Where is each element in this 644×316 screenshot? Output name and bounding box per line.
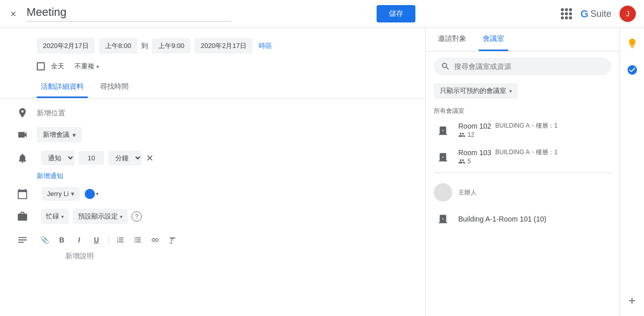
description-icon xyxy=(8,232,37,246)
notification-type-select[interactable]: 通知 xyxy=(41,151,75,165)
help-icon[interactable]: ? xyxy=(132,211,142,222)
repeat-button[interactable]: 不重複 ▾ xyxy=(70,60,103,73)
calendar-owner-chevron-icon: ▾ xyxy=(71,190,75,198)
booked-room-name: Building A-1-Room 101 (10) xyxy=(458,215,547,223)
notification-clear-button[interactable]: ✕ xyxy=(146,153,154,164)
allday-checkbox[interactable] xyxy=(37,62,45,70)
booked-info: 主辦人 xyxy=(458,188,611,197)
booked-label: 主辦人 xyxy=(458,188,611,197)
booked-room-item: Building A-1-Room 101 (10) xyxy=(434,206,611,232)
end-date-button[interactable]: 2020年2月17日 xyxy=(194,38,253,54)
notification-value-input[interactable] xyxy=(79,151,104,165)
location-row xyxy=(0,103,425,123)
user-avatar[interactable]: J xyxy=(620,6,636,22)
start-date-button[interactable]: 2020年2月17日 xyxy=(37,38,95,54)
add-meeting-button[interactable]: 新增會議 ▾ xyxy=(37,127,82,142)
meeting-row: 新增會議 ▾ xyxy=(0,123,425,147)
room-name: Room 102 BUILDING A・樓層：1 xyxy=(458,121,611,130)
display-setting-select[interactable]: 預設顯示設定 ▾ xyxy=(73,209,128,224)
meeting-chevron-icon: ▾ xyxy=(72,131,76,139)
sidebar-check-icon[interactable] xyxy=(623,61,641,79)
room-103-building: BUILDING A・樓層：1 xyxy=(496,148,558,157)
repeat-label: 不重複 xyxy=(75,62,94,71)
notification-row: 通知 分鐘 ✕ xyxy=(0,147,425,169)
top-bar: × 儲存 G Suite J xyxy=(0,0,644,28)
description-toolbar: 📎 B I U xyxy=(37,232,417,250)
attachment-button[interactable]: 📎 xyxy=(37,232,52,248)
add-notification-button[interactable]: 新增通知 xyxy=(0,169,425,183)
search-room-row xyxy=(426,52,620,81)
room-name: Room 103 BUILDING A・樓層：1 xyxy=(458,148,611,157)
description-section: 📎 B I U xyxy=(0,228,425,269)
search-room-container xyxy=(434,58,611,75)
italic-button[interactable]: I xyxy=(71,232,87,248)
color-chevron-icon: ▾ xyxy=(96,191,98,197)
top-bar-right: G Suite J xyxy=(561,6,636,22)
display-chevron-icon: ▾ xyxy=(120,214,122,220)
busy-label: 忙碌 xyxy=(46,212,59,221)
notification-unit-select[interactable]: 分鐘 xyxy=(108,151,142,165)
bell-icon xyxy=(8,153,37,164)
tab-event-details[interactable]: 活動詳細資料 xyxy=(37,77,88,98)
color-select-button[interactable]: ▾ xyxy=(85,189,98,199)
room-info: Room 102 BUILDING A・樓層：1 12 xyxy=(458,121,611,138)
room-102-capacity: 12 xyxy=(458,131,611,138)
ordered-list-button[interactable] xyxy=(113,232,128,248)
gsuite-logo: G Suite xyxy=(580,8,611,20)
filter-available-button[interactable]: 只顯示可預約的會議室 ▾ xyxy=(434,83,518,99)
room-103-name: Room 103 xyxy=(458,149,491,157)
plus-icon: + xyxy=(628,294,635,308)
apps-grid-icon[interactable] xyxy=(561,8,572,19)
filter-label: 只顯示可預約的會議室 xyxy=(440,86,506,95)
busy-chevron-icon: ▾ xyxy=(61,214,64,220)
time-separator: 到 xyxy=(141,41,148,51)
sidebar-add-icon[interactable]: + xyxy=(623,291,641,310)
close-button[interactable]: × xyxy=(6,7,20,21)
underline-button[interactable]: U xyxy=(89,232,104,248)
calendar-icon xyxy=(8,188,37,200)
calendar-row: Jerry Li ▾ ▾ xyxy=(0,183,425,205)
timezone-button[interactable]: 時區 xyxy=(257,39,274,53)
video-icon xyxy=(8,129,37,140)
rooms-divider xyxy=(434,173,611,173)
room-102-building: BUILDING A・樓層：1 xyxy=(496,121,558,130)
room-102-capacity-number: 12 xyxy=(467,131,474,138)
end-time-button[interactable]: 上午9:00 xyxy=(152,38,190,54)
unordered-list-button[interactable] xyxy=(130,232,145,248)
sidebar-lightbulb-icon[interactable] xyxy=(623,34,641,53)
booked-room-icon xyxy=(434,210,452,228)
event-title-input[interactable] xyxy=(27,6,231,22)
capacity-icon xyxy=(458,158,465,165)
top-bar-left: × xyxy=(6,6,231,22)
bold-button[interactable]: B xyxy=(54,232,69,248)
tab-find-time[interactable]: 尋找時間 xyxy=(96,77,133,98)
room-item[interactable]: Room 103 BUILDING A・樓層：1 5 xyxy=(426,144,620,171)
start-time-button[interactable]: 上午8:00 xyxy=(99,38,137,54)
g-letter: G xyxy=(580,8,588,20)
repeat-chevron-icon: ▾ xyxy=(96,64,99,69)
room-info: Room 103 BUILDING A・樓層：1 5 xyxy=(458,148,611,165)
room-item[interactable]: Room 102 BUILDING A・樓層：1 12 xyxy=(426,117,620,144)
calendar-owner-name: Jerry Li xyxy=(47,190,69,198)
room-door-icon xyxy=(434,121,452,140)
room-103-capacity: 5 xyxy=(458,158,611,165)
description-input[interactable]: 新增說明 xyxy=(37,250,417,265)
remove-format-button[interactable] xyxy=(165,232,180,248)
location-icon xyxy=(8,107,37,118)
toolbar-divider xyxy=(108,235,109,245)
tab-rooms[interactable]: 會議室 xyxy=(479,28,508,51)
allday-row: 全天 不重複 ▾ xyxy=(0,58,425,77)
link-button[interactable] xyxy=(147,232,163,248)
calendar-owner-select[interactable]: Jerry Li ▾ xyxy=(42,187,80,201)
content-area: 2020年2月17日 上午8:00 到 上午9:00 2020年2月17日 時區… xyxy=(0,28,644,316)
suite-label: Suite xyxy=(590,9,611,19)
location-input[interactable] xyxy=(37,109,417,117)
search-icon xyxy=(441,62,450,71)
display-label: 預設顯示設定 xyxy=(78,212,118,221)
busy-status-select[interactable]: 忙碌 ▾ xyxy=(41,209,69,224)
booked-section: 主辦人 Building A-1-Room 101 (10) xyxy=(426,175,620,236)
filter-row: 只顯示可預約的會議室 ▾ xyxy=(426,81,620,103)
tab-guests[interactable]: 邀請對象 xyxy=(434,28,470,51)
search-room-input[interactable] xyxy=(454,62,604,70)
save-button[interactable]: 儲存 xyxy=(377,5,415,22)
